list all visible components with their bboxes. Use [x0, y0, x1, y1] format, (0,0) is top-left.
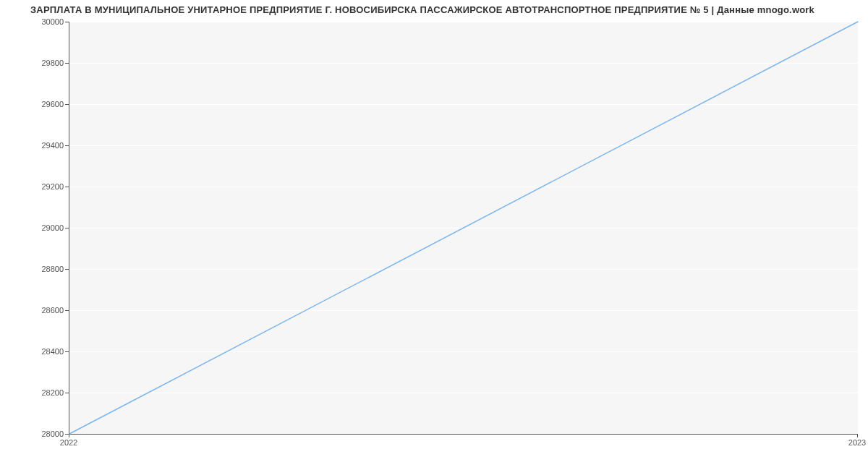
y-axis-tick — [65, 228, 69, 228]
y-axis-tick — [65, 22, 69, 22]
series-line — [69, 22, 858, 434]
y-tick-label: 28000 — [41, 430, 64, 438]
x-tick-label: 2022 — [60, 438, 77, 447]
y-tick-label: 29600 — [41, 100, 64, 108]
y-tick-label: 28200 — [41, 388, 64, 397]
plot-area — [69, 22, 858, 435]
x-axis-tick — [69, 434, 69, 437]
y-axis-tick — [65, 393, 69, 393]
y-tick-label: 28600 — [41, 306, 64, 315]
y-tick-label: 28400 — [41, 347, 64, 356]
y-axis-tick — [65, 63, 69, 64]
y-tick-label: 29400 — [41, 141, 64, 150]
y-axis-tick — [65, 145, 69, 146]
y-tick-label: 29000 — [41, 223, 64, 232]
x-axis-tick — [857, 434, 858, 437]
chart-title: ЗАРПЛАТА В МУНИЦИПАЛЬНОЕ УНИТАРНОЕ ПРЕДП… — [30, 4, 814, 15]
y-tick-label: 30000 — [41, 17, 64, 26]
x-tick-label: 2023 — [848, 438, 866, 447]
line-layer — [69, 22, 858, 434]
y-axis-tick — [65, 269, 69, 270]
y-tick-label: 29800 — [41, 59, 64, 67]
y-axis-tick — [65, 310, 69, 311]
y-axis-tick — [65, 187, 69, 187]
y-axis-tick — [65, 104, 69, 105]
chart-container: ЗАРПЛАТА В МУНИЦИПАЛЬНОЕ УНИТАРНОЕ ПРЕДП… — [0, 0, 868, 470]
y-tick-label: 28800 — [41, 265, 64, 273]
y-axis-tick — [65, 351, 69, 352]
y-tick-label: 29200 — [41, 182, 64, 191]
